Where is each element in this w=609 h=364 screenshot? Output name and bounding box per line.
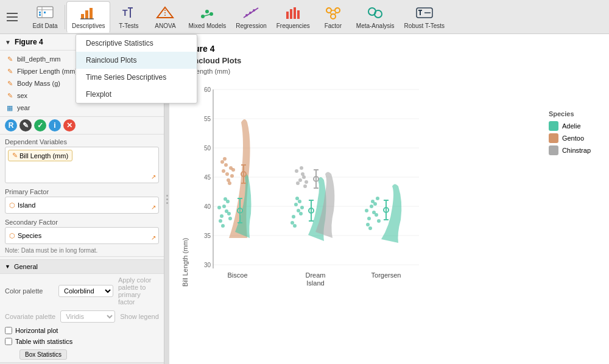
figure-collapse-icon[interactable]: ▼	[5, 39, 11, 46]
primary-label: Primary Factor	[5, 188, 159, 195]
svg-rect-27	[290, 9, 292, 19]
pencil-icon-2: ✎	[5, 66, 15, 76]
color-palette-select[interactable]: Colorblind	[58, 285, 113, 297]
svg-point-86	[294, 203, 298, 206]
dependent-box[interactable]: ✎ Bill Length (mm) ↗	[5, 147, 159, 183]
dropdown-time-series[interactable]: Time Series Descriptives	[76, 69, 197, 86]
close-button[interactable]: ✕	[63, 119, 76, 131]
box-stats-button[interactable]: Box Statistics	[19, 349, 67, 360]
robust-t-tests-label: Robust T-Tests	[404, 23, 445, 29]
toolbar-anova[interactable]: ANOVA	[147, 1, 183, 33]
toolbar-meta-analysis[interactable]: Meta-Analysis	[351, 1, 400, 33]
dropdown-flexplot[interactable]: Flexplot	[76, 86, 197, 103]
svg-point-97	[303, 184, 307, 188]
legend-label-gentoo: Gentoo	[562, 135, 584, 142]
svg-point-30	[326, 8, 331, 13]
svg-point-71	[224, 163, 228, 167]
toolbar-robust-t-tests[interactable]: Robust T-Tests	[400, 1, 450, 33]
dropdown-raincloud[interactable]: Raincloud Plots	[76, 52, 197, 69]
horizontal-plot-checkbox[interactable]	[5, 327, 12, 334]
check-button[interactable]: ✓	[34, 119, 46, 131]
edit-button[interactable]: ✎	[19, 119, 32, 131]
mixed-models-label: Mixed Models	[188, 23, 226, 29]
svg-rect-9	[81, 14, 84, 19]
legend-chinstrap: Chinstrap	[549, 145, 591, 155]
svg-text:50: 50	[204, 145, 211, 152]
svg-point-63	[221, 224, 225, 228]
var-year[interactable]: ▦ year	[5, 102, 159, 114]
covariate-palette-select[interactable]: Viridis	[60, 310, 115, 323]
svg-point-37	[375, 10, 382, 18]
var-label-4: sex	[17, 92, 27, 99]
covariate-palette-row: Covariate palette Viridis Show legend	[0, 308, 164, 325]
chart-container: Bill Length (mm) 60 55 50 45 40 35 30	[181, 80, 597, 287]
toolbar-edit-data[interactable]: Edit Data	[27, 1, 63, 33]
svg-point-19	[205, 10, 209, 13]
r-button[interactable]: R	[5, 119, 17, 131]
pencil-icon-1: ✎	[5, 54, 15, 64]
svg-point-31	[335, 8, 340, 13]
y-axis-label: Bill Length (mm)	[181, 80, 189, 287]
settings-area: ▼ General Color palette Colorblind Apply…	[0, 257, 164, 365]
toolbar-descriptives[interactable]: Descriptives	[66, 1, 110, 33]
svg-point-91	[295, 197, 299, 200]
svg-rect-8	[44, 12, 46, 13]
var-label-5: year	[17, 104, 30, 111]
horizontal-plot-row: Horizontal plot	[0, 325, 164, 336]
svg-text:Biscoe: Biscoe	[227, 271, 247, 279]
cloud-elements-header[interactable]: ▶ Cloud Elements	[0, 362, 164, 365]
svg-point-98	[296, 181, 300, 185]
svg-point-72	[230, 174, 234, 178]
toolbar-regression[interactable]: Regression	[231, 1, 272, 33]
svg-rect-11	[90, 8, 93, 19]
legend-gentoo: Gentoo	[549, 133, 591, 143]
info-button[interactable]: i	[49, 119, 61, 131]
legend-color-chinstrap	[549, 145, 558, 155]
svg-point-90	[290, 221, 294, 225]
hamburger-button[interactable]	[2, 7, 22, 27]
svg-point-117	[366, 223, 370, 226]
svg-point-61	[219, 219, 222, 223]
svg-text:Dream: Dream	[305, 271, 325, 279]
svg-point-65	[217, 206, 221, 209]
svg-point-99	[300, 166, 303, 170]
svg-point-66	[228, 217, 232, 220]
svg-point-23	[245, 14, 248, 16]
primary-box[interactable]: ⬡ Island ↗	[5, 197, 159, 214]
svg-rect-26	[286, 12, 289, 19]
toolbar-factor[interactable]: Factor	[315, 1, 351, 33]
svg-text:60: 60	[204, 86, 211, 93]
secondary-label: Secondary Factor	[5, 219, 159, 226]
toolbar-t-tests[interactable]: T T-Tests	[110, 1, 147, 33]
action-row: R ✎ ✓ i ✕	[0, 117, 164, 135]
table-stats-row: Table with statistics	[0, 336, 164, 347]
svg-point-115	[367, 217, 371, 220]
edit-data-label: Edit Data	[32, 23, 57, 29]
descriptives-dropdown: Descriptive Statistics Raincloud Plots T…	[76, 34, 197, 103]
svg-rect-0	[7, 13, 18, 14]
anova-label: ANOVA	[155, 23, 175, 29]
toolbar-frequencies[interactable]: Frequencies	[272, 1, 315, 33]
bar-icon-5: ▦	[5, 103, 15, 113]
dropdown-desc-stats[interactable]: Descriptive Statistics	[76, 35, 197, 52]
t-tests-label: T-Tests	[119, 23, 138, 29]
svg-point-120	[373, 202, 377, 206]
table-stats-checkbox[interactable]	[5, 338, 12, 345]
secondary-corner-icon: ↗	[151, 234, 156, 241]
svg-point-76	[231, 168, 235, 172]
var-label-2: Flipper Length (mm)	[17, 68, 77, 75]
dependent-section: Dependent Variables ✎ Bill Length (mm) ↗	[5, 138, 159, 183]
config-area: Dependent Variables ✎ Bill Length (mm) ↗…	[0, 135, 164, 245]
meta-analysis-label: Meta-Analysis	[356, 23, 395, 29]
secondary-box[interactable]: ⬡ Species ↗	[5, 227, 159, 244]
svg-point-119	[368, 226, 372, 230]
svg-rect-2	[7, 20, 18, 21]
pencil-icon-4: ✎	[5, 91, 15, 100]
general-section-header[interactable]: ▼ General	[0, 259, 164, 274]
svg-point-60	[227, 212, 231, 215]
right-panel: Figure 4 Raincloud Plots Bill Length (mm…	[169, 34, 609, 364]
toolbar-mixed-models[interactable]: Mixed Models	[183, 1, 231, 33]
descriptives-label: Descriptives	[72, 23, 105, 29]
svg-point-67	[225, 172, 229, 176]
pencil-icon-3: ✎	[5, 79, 15, 88]
